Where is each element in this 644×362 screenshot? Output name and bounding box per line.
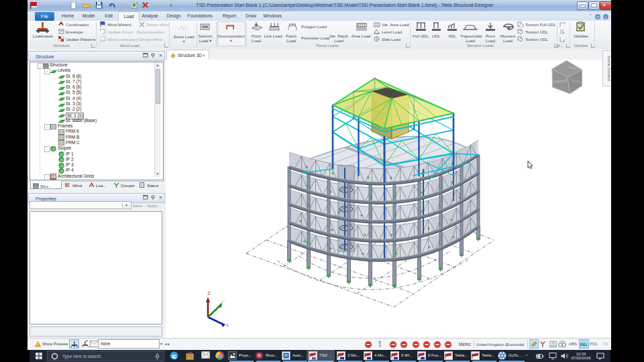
- svg-text:R: R: [284, 353, 288, 358]
- svg-text:Z: Z: [207, 290, 211, 296]
- svg-text:Y: Y: [221, 298, 225, 304]
- svg-text:X: X: [225, 322, 229, 328]
- svg-text:TSD: TSD: [312, 357, 317, 359]
- svg-text:i: i: [605, 15, 606, 19]
- svg-text:R: R: [258, 353, 261, 358]
